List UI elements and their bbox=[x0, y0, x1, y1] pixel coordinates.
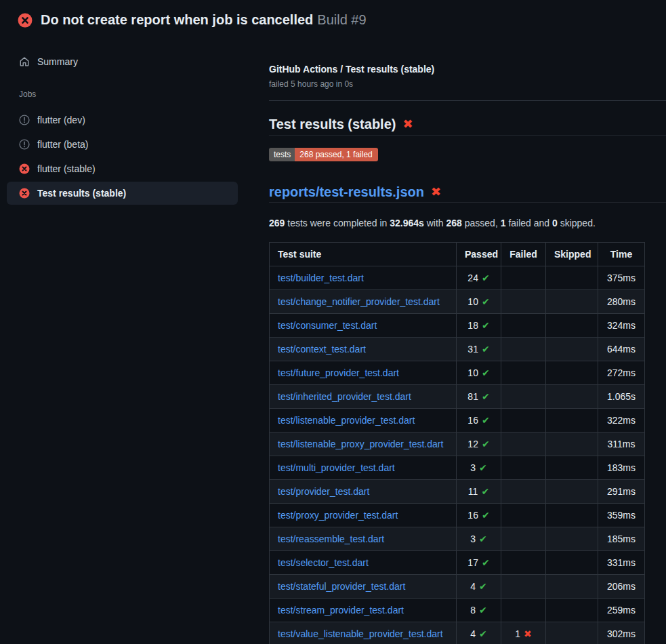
skipped-cell bbox=[546, 622, 598, 644]
table-row: test/multi_provider_test.dart3✔183ms bbox=[270, 456, 645, 480]
suite-link[interactable]: test/change_notifier_provider_test.dart bbox=[278, 296, 440, 307]
passed-count: 8 bbox=[470, 605, 476, 616]
section-title: Test results (stable) ✖ bbox=[269, 115, 666, 136]
table-row: test/value_listenable_provider_test.dart… bbox=[270, 622, 645, 644]
x-circle-fill-icon bbox=[19, 163, 30, 174]
suite-link[interactable]: test/listenable_proxy_provider_test.dart bbox=[278, 439, 443, 449]
suite-link[interactable]: test/stream_provider_test.dart bbox=[278, 605, 404, 616]
check-icon: ✔ bbox=[481, 486, 489, 497]
suite-link[interactable]: test/future_provider_test.dart bbox=[278, 367, 399, 378]
test-results-table: Test suitePassedFailedSkippedTime test/b… bbox=[269, 242, 645, 644]
suite-link[interactable]: test/builder_test.dart bbox=[278, 273, 364, 283]
time-cell: 185ms bbox=[598, 527, 645, 551]
suite-link[interactable]: test/multi_provider_test.dart bbox=[278, 462, 395, 473]
summary-segment: 0 bbox=[552, 218, 558, 228]
run-status-text: failed 5 hours ago in 0s bbox=[269, 79, 666, 89]
column-header: Skipped bbox=[546, 243, 598, 266]
job-label: flutter (stable) bbox=[37, 163, 96, 174]
summary-segment: failed and bbox=[506, 218, 553, 228]
table-body: test/builder_test.dart24✔375mstest/chang… bbox=[270, 266, 645, 644]
suite-cell: test/future_provider_test.dart bbox=[270, 361, 457, 385]
failed-x-icon: ✖ bbox=[402, 118, 413, 130]
time-cell: 1.065s bbox=[598, 385, 645, 409]
table-row: test/builder_test.dart24✔375ms bbox=[270, 266, 645, 290]
table-header-row: Test suitePassedFailedSkippedTime bbox=[270, 243, 645, 266]
sidebar-item-summary[interactable]: Summary bbox=[7, 50, 238, 73]
check-icon: ✔ bbox=[482, 391, 490, 402]
suite-link[interactable]: test/listenable_provider_test.dart bbox=[278, 415, 415, 426]
suite-link[interactable]: test/selector_test.dart bbox=[278, 557, 369, 568]
failed-cell bbox=[501, 480, 546, 504]
skipped-cell bbox=[546, 599, 598, 622]
table-row: test/change_notifier_provider_test.dart1… bbox=[270, 290, 645, 314]
skipped-cell bbox=[546, 551, 598, 575]
summary-segment: with bbox=[424, 218, 446, 228]
table-row: test/provider_test.dart11✔291ms bbox=[270, 480, 645, 504]
skipped-cell bbox=[546, 575, 598, 599]
suite-link[interactable]: test/proxy_provider_test.dart bbox=[278, 510, 398, 521]
check-icon: ✔ bbox=[482, 273, 490, 283]
suite-link[interactable]: test/value_listenable_provider_test.dart bbox=[278, 628, 443, 639]
passed-cell: 10✔ bbox=[457, 361, 501, 385]
time-cell: 206ms bbox=[598, 575, 645, 599]
suite-link[interactable]: test/inherited_provider_test.dart bbox=[278, 391, 411, 402]
section-title-text: Test results (stable) bbox=[269, 115, 396, 134]
suite-cell: test/proxy_provider_test.dart bbox=[270, 504, 457, 527]
suite-link[interactable]: test/reassemble_test.dart bbox=[278, 534, 384, 544]
suite-link[interactable]: test/context_test.dart bbox=[278, 344, 366, 355]
skipped-cell bbox=[546, 480, 598, 504]
jobs-section-label: Jobs bbox=[19, 89, 258, 99]
time-cell: 324ms bbox=[598, 314, 645, 338]
skipped-cell bbox=[546, 338, 598, 361]
failed-cell bbox=[501, 504, 546, 527]
suite-link[interactable]: test/consumer_test.dart bbox=[278, 320, 377, 331]
suite-cell: test/reassemble_test.dart bbox=[270, 527, 457, 551]
alert-circle-icon bbox=[19, 115, 30, 125]
passed-count: 16 bbox=[467, 510, 478, 521]
summary-segment: 269 bbox=[269, 218, 285, 228]
failed-status-icon bbox=[18, 13, 33, 28]
report-file-link[interactable]: reports/test-results.json bbox=[269, 183, 424, 201]
suite-cell: test/consumer_test.dart bbox=[270, 314, 457, 338]
sidebar-job-item[interactable]: flutter (dev) bbox=[7, 108, 238, 132]
sidebar-job-item[interactable]: Test results (stable) bbox=[7, 182, 238, 205]
suite-link[interactable]: test/provider_test.dart bbox=[278, 486, 369, 497]
check-icon: ✔ bbox=[482, 344, 490, 355]
content-area: Summary Jobs flutter (dev) flutter (beta… bbox=[0, 38, 666, 644]
table-row: test/stream_provider_test.dart8✔259ms bbox=[270, 599, 645, 622]
passed-count: 24 bbox=[467, 273, 478, 283]
passed-count: 10 bbox=[467, 367, 478, 378]
summary-segment: passed, bbox=[462, 218, 501, 228]
report-title: reports/test-results.json ✖ bbox=[269, 183, 666, 203]
passed-count: 4 bbox=[470, 628, 476, 639]
passed-cell: 3✔ bbox=[457, 527, 501, 551]
home-icon bbox=[19, 56, 30, 67]
suite-link[interactable]: test/stateful_provider_test.dart bbox=[278, 581, 405, 592]
passed-count: 17 bbox=[467, 557, 478, 568]
check-icon: ✔ bbox=[479, 534, 487, 544]
header-divider bbox=[269, 100, 666, 101]
table-row: test/stateful_provider_test.dart4✔206ms bbox=[270, 575, 645, 599]
passed-cell: 11✔ bbox=[457, 480, 501, 504]
summary-segment: tests were completed in bbox=[285, 218, 390, 228]
failed-cell: 1✖ bbox=[501, 622, 546, 644]
job-label: flutter (beta) bbox=[37, 139, 88, 150]
skipped-cell bbox=[546, 290, 598, 314]
sidebar-job-item[interactable]: flutter (beta) bbox=[7, 133, 238, 156]
time-cell: 322ms bbox=[598, 409, 645, 432]
time-cell: 259ms bbox=[598, 599, 645, 622]
failed-cell bbox=[501, 409, 546, 432]
sidebar-item-label: Summary bbox=[37, 56, 78, 67]
main-panel: GitHub Actions / Test results (stable) f… bbox=[258, 38, 666, 644]
suite-cell: test/builder_test.dart bbox=[270, 266, 457, 290]
table-row: test/inherited_provider_test.dart81✔1.06… bbox=[270, 385, 645, 409]
table-row: test/reassemble_test.dart3✔185ms bbox=[270, 527, 645, 551]
workflow-title: Do not create report when job is cancell… bbox=[41, 12, 313, 27]
check-icon: ✔ bbox=[482, 296, 490, 307]
time-cell: 280ms bbox=[598, 290, 645, 314]
x-circle-fill-icon bbox=[19, 188, 30, 199]
check-icon: ✔ bbox=[479, 605, 487, 616]
sidebar-job-item[interactable]: flutter (stable) bbox=[7, 157, 238, 180]
suite-cell: test/change_notifier_provider_test.dart bbox=[270, 290, 457, 314]
time-cell: 375ms bbox=[598, 266, 645, 290]
